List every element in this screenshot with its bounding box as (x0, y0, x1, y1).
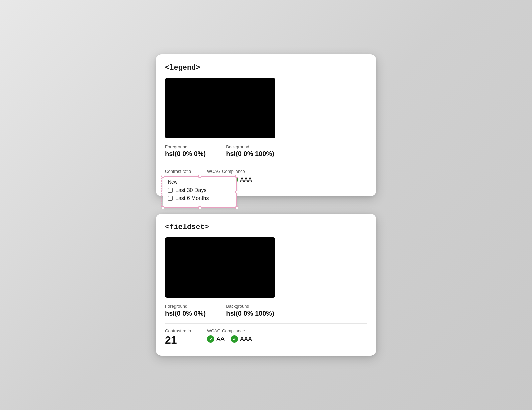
foreground-label-legend: Foreground (165, 144, 206, 149)
handle-tl (162, 175, 164, 178)
wcag-badges-fieldset: ✓ AA ✓ AAA (207, 335, 252, 343)
background-block-fieldset: Background hsl(0 0% 100%) (226, 304, 274, 317)
wcag-aaa-badge-fieldset: ✓ AAA (231, 335, 252, 343)
handle-br (235, 206, 238, 209)
popup-checkbox-1[interactable] (168, 188, 173, 193)
contrast-label-fieldset: Contrast ratio (165, 328, 191, 333)
divider-legend (165, 164, 367, 164)
divider-fieldset (165, 323, 367, 324)
fieldset-card: <fieldset> Foreground hsl(0 0% 0%) Backg… (156, 214, 376, 356)
popup-legend-text: New (168, 179, 230, 185)
foreground-block-legend: Foreground hsl(0 0% 0%) (165, 144, 206, 158)
color-labels-row-legend: Foreground hsl(0 0% 0%) Background hsl(0… (165, 144, 367, 158)
foreground-value-legend: hsl(0 0% 0%) (165, 150, 206, 158)
popup-item-2[interactable]: Last 6 Months (168, 195, 230, 201)
handle-bm (198, 206, 201, 209)
popup-checkbox-2[interactable] (168, 196, 173, 201)
foreground-value-fieldset: hsl(0 0% 0%) (165, 310, 206, 317)
wcag-label-legend: WCAG Compliance (207, 169, 252, 174)
fieldset-card-title: <fieldset> (165, 223, 367, 231)
popup-item-1[interactable]: Last 30 Days (168, 187, 230, 193)
color-preview-legend (165, 78, 275, 138)
popup-item-1-label: Last 30 Days (175, 187, 206, 193)
wcag-aa-badge-fieldset: ✓ AA (207, 335, 225, 343)
legend-card: <legend> Foreground hsl(0 0% 0%) Backgro… (156, 54, 376, 196)
aa-check-fieldset: ✓ (207, 335, 214, 343)
contrast-block-fieldset: Contrast ratio 21 (165, 328, 191, 346)
aaa-check-fieldset: ✓ (231, 335, 238, 343)
color-preview-fieldset (165, 237, 275, 298)
legend-card-title: <legend> (165, 64, 367, 72)
handle-bl (162, 206, 164, 209)
background-value-fieldset: hsl(0 0% 100%) (226, 310, 274, 317)
aaa-label-legend: AAA (240, 176, 252, 183)
handle-tm (198, 175, 201, 178)
background-label-legend: Background (226, 144, 274, 149)
handle-tr (235, 175, 238, 178)
color-labels-row-fieldset: Foreground hsl(0 0% 0%) Background hsl(0… (165, 304, 367, 317)
popup-item-2-label: Last 6 Months (175, 195, 209, 201)
handle-mr (235, 191, 238, 193)
wcag-label-fieldset: WCAG Compliance (207, 328, 252, 333)
aa-label-fieldset: AA (216, 336, 225, 343)
background-value-legend: hsl(0 0% 100%) (226, 150, 274, 158)
metrics-row-fieldset: Contrast ratio 21 WCAG Compliance ✓ AA ✓… (165, 328, 367, 346)
handle-ml (162, 191, 164, 193)
contrast-label-legend: Contrast ratio (165, 169, 191, 174)
wcag-block-fieldset: WCAG Compliance ✓ AA ✓ AAA (207, 328, 252, 343)
foreground-label-fieldset: Foreground (165, 304, 206, 309)
selection-popup: New Last 30 Days Last 6 Months (163, 176, 237, 208)
background-label-fieldset: Background (226, 304, 274, 309)
background-block-legend: Background hsl(0 0% 100%) (226, 144, 274, 158)
aaa-label-fieldset: AAA (240, 336, 252, 343)
contrast-value-fieldset: 21 (165, 334, 191, 346)
foreground-block-fieldset: Foreground hsl(0 0% 0%) (165, 304, 206, 317)
